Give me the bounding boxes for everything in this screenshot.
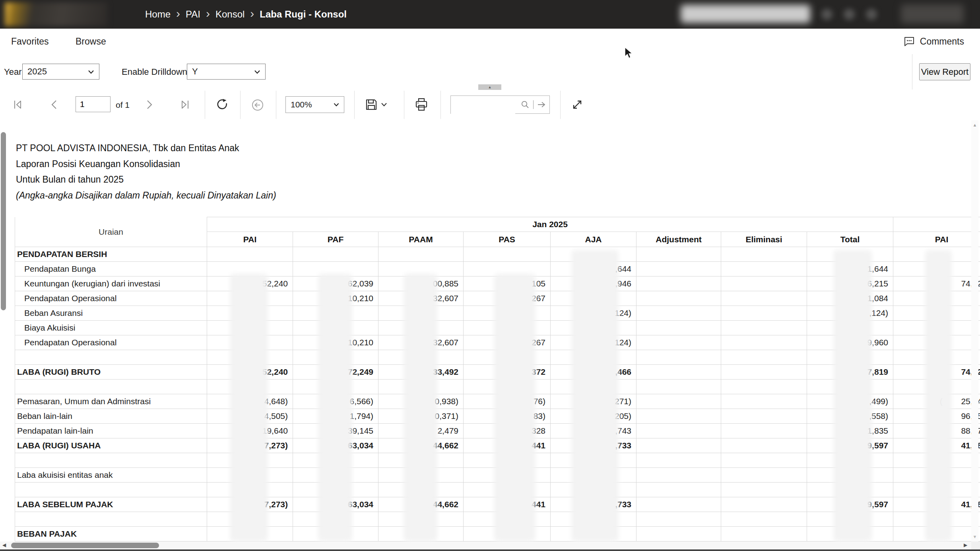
cell-pas: 441 bbox=[464, 497, 551, 512]
cell-paam bbox=[378, 350, 464, 365]
cell-pai2: 96,25 bbox=[893, 409, 980, 424]
cell-total: 7,819 bbox=[807, 365, 893, 380]
cell-pas bbox=[464, 247, 551, 262]
params-divider bbox=[912, 54, 912, 90]
cell-paf: 63,034 bbox=[293, 497, 378, 512]
report-title-line1: PT POOL ADVISTA INDONESIA, Tbk dan Entit… bbox=[16, 140, 276, 156]
export-button[interactable] bbox=[365, 98, 378, 111]
tab-browse[interactable]: Browse bbox=[76, 29, 106, 54]
zoom-select[interactable]: 100% bbox=[285, 96, 344, 113]
breadcrumb-item-konsol[interactable]: Konsol bbox=[215, 9, 245, 20]
cell-adjustment bbox=[637, 262, 721, 276]
scroll-down-icon[interactable]: ▼ bbox=[971, 534, 978, 539]
cell-paam bbox=[378, 453, 464, 468]
cell-aja bbox=[551, 321, 637, 335]
group-header-jan-2025: Jan 2025 bbox=[207, 217, 893, 232]
print-button[interactable] bbox=[414, 97, 429, 112]
first-page-button[interactable] bbox=[12, 99, 23, 110]
scroll-right-icon[interactable]: ▶ bbox=[964, 542, 967, 548]
cell-paf bbox=[293, 350, 378, 365]
header-button-redacted[interactable] bbox=[901, 4, 964, 23]
column-header-aja: AJA bbox=[551, 232, 637, 247]
cell-paf bbox=[293, 262, 378, 276]
breadcrumb-item-home[interactable]: Home bbox=[145, 9, 171, 20]
cell-pai: 52,240 bbox=[207, 276, 293, 291]
scroll-left-icon[interactable]: ◀ bbox=[2, 542, 6, 548]
view-report-button[interactable]: View Report bbox=[919, 63, 970, 80]
vertical-scrollbar-thumb[interactable] bbox=[1, 132, 6, 310]
find-input[interactable] bbox=[451, 96, 515, 114]
header-search-redacted[interactable] bbox=[681, 5, 810, 23]
report-title-block: PT POOL ADVISTA INDONESIA, Tbk dan Entit… bbox=[16, 140, 276, 203]
row-label: Pendapatan lain-lain bbox=[15, 424, 207, 438]
cell-total bbox=[807, 527, 893, 541]
scroll-up-icon[interactable]: ▲ bbox=[971, 123, 978, 127]
cell-aja: 124) bbox=[551, 335, 637, 350]
cell-adjustment bbox=[637, 335, 721, 350]
previous-page-button[interactable] bbox=[50, 99, 58, 110]
cell-adjustment bbox=[637, 276, 721, 291]
cell-paam bbox=[378, 321, 464, 335]
cell-pai: 4,505) bbox=[207, 409, 293, 424]
cell-aja: ,743 bbox=[551, 424, 637, 438]
cell-total: 1,644 bbox=[807, 262, 893, 276]
header-icon-redacted[interactable] bbox=[821, 9, 833, 20]
cell-adjustment bbox=[637, 453, 721, 468]
row-label bbox=[15, 512, 207, 527]
cell-paf bbox=[293, 512, 378, 527]
cell-total bbox=[807, 350, 893, 365]
cell-pas: 83) bbox=[464, 409, 551, 424]
view-report-label: View Report bbox=[921, 67, 968, 77]
horizontal-scrollbar-thumb[interactable] bbox=[11, 543, 159, 548]
page-number-input[interactable] bbox=[76, 96, 111, 112]
cell-eliminasi bbox=[721, 409, 807, 424]
parameter-collapse-tab[interactable]: ▲ bbox=[478, 84, 501, 90]
cell-pai bbox=[207, 335, 293, 350]
cell-aja: ,644 bbox=[551, 262, 637, 276]
cell-pai2 bbox=[893, 350, 980, 365]
cell-pai: 7,273) bbox=[207, 497, 293, 512]
cell-eliminasi bbox=[721, 438, 807, 453]
table-row-17: LABA SEBELUM PAJAK7,273)63,03444,662441,… bbox=[15, 497, 980, 512]
next-page-button[interactable] bbox=[146, 99, 153, 110]
toolbar-separator bbox=[276, 91, 276, 119]
tab-favorites[interactable]: Favorites bbox=[11, 29, 49, 54]
year-select[interactable]: 2025 bbox=[22, 64, 99, 80]
table-spacer-row bbox=[15, 350, 980, 365]
cell-pai bbox=[207, 291, 293, 306]
header-icon-redacted[interactable] bbox=[844, 9, 855, 20]
collapse-up-icon: ▲ bbox=[488, 86, 492, 89]
table-row-15: Laba akuisisi entitas anak bbox=[15, 468, 980, 483]
expand-diagonal-icon bbox=[571, 98, 584, 111]
comments-button[interactable]: Comments bbox=[903, 29, 964, 54]
cell-adjustment bbox=[637, 306, 721, 321]
vertical-scrollbar[interactable]: ▲ ▼ bbox=[971, 120, 978, 541]
drilldown-label: Enable Drilldown bbox=[122, 54, 187, 90]
row-label: LABA (RUGI) BRUTO bbox=[15, 365, 207, 380]
cell-aja bbox=[551, 247, 637, 262]
export-menu-chevron[interactable] bbox=[381, 103, 387, 107]
cell-pai2: 74,52 bbox=[893, 276, 980, 291]
cell-paam: 0,371) bbox=[378, 409, 464, 424]
breadcrumb-item-pai[interactable]: PAI bbox=[186, 9, 200, 20]
cell-paam bbox=[378, 262, 464, 276]
cell-total bbox=[807, 247, 893, 262]
search-icon[interactable] bbox=[520, 100, 530, 109]
find-next-icon[interactable] bbox=[537, 101, 546, 109]
back-button[interactable] bbox=[251, 99, 264, 111]
cell-paf: 10,210 bbox=[293, 291, 378, 306]
cell-paam bbox=[378, 483, 464, 497]
cell-pai2 bbox=[893, 483, 980, 497]
breadcrumb: Home›PAI›Konsol›Laba Rugi - Konsol bbox=[145, 0, 347, 29]
cell-paf: 39,145 bbox=[293, 424, 378, 438]
horizontal-scrollbar[interactable]: ◀ ▶ bbox=[0, 541, 980, 549]
refresh-button[interactable] bbox=[216, 98, 229, 111]
fullscreen-button[interactable] bbox=[571, 98, 584, 111]
breadcrumb-separator-icon: › bbox=[206, 8, 210, 19]
header-icon-redacted[interactable] bbox=[866, 9, 877, 20]
last-page-button[interactable] bbox=[180, 99, 191, 110]
cell-pai bbox=[207, 262, 293, 276]
cell-pai bbox=[207, 306, 293, 321]
drilldown-select[interactable]: Y bbox=[187, 64, 266, 80]
cell-aja bbox=[551, 350, 637, 365]
